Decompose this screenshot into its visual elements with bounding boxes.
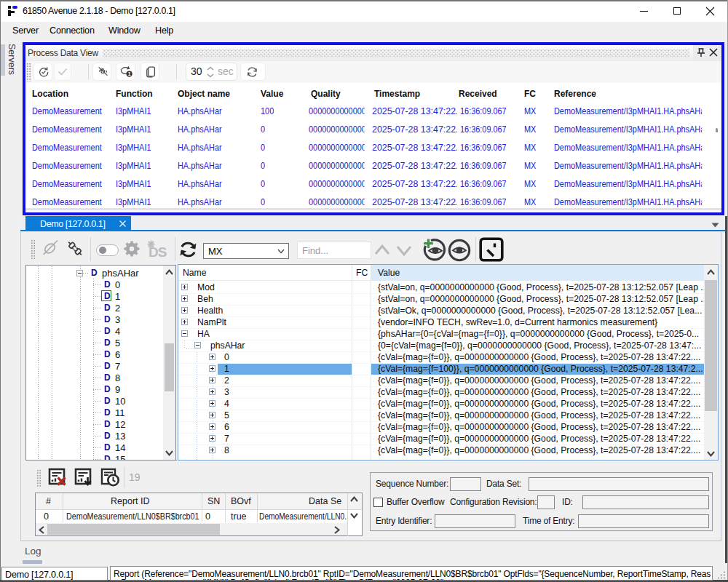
svg-text:DS: DS — [149, 244, 167, 260]
svg-text:1: 1 — [128, 71, 131, 77]
